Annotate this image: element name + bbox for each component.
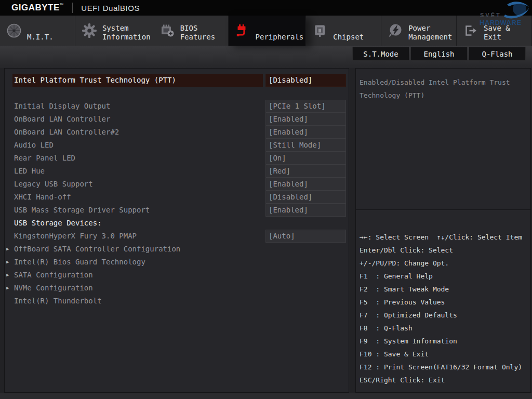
tab-label: System Information [102,24,153,42]
setting-label: Intel Platform Trust Technology (PTT) [14,76,176,84]
setting-value[interactable]: [On] [265,152,346,165]
setting-value[interactable]: [Disabled] [265,74,346,87]
tab-chipset[interactable]: Chipset [306,16,381,46]
setting-row-rear-panel-led[interactable]: Rear Panel LED [On] [5,152,349,165]
setting-label: LED Hue [14,167,45,175]
submenu-arrow-icon: ▶ [6,246,9,251]
setting-row-sata-configuration[interactable]: ▶ SATA Configuration [5,269,349,282]
setting-row-kingstonhyperx-fury-3-0-pmap[interactable]: KingstonHyperX Fury 3.0 PMAP [Auto] [5,230,349,243]
setting-label: OffBoard SATA Controller Configuration [14,245,180,253]
settings-list: Intel Platform Trust Technology (PTT) [D… [5,69,349,308]
tab-system-information[interactable]: System Information [75,16,153,46]
shortcut-line: +/-/PU/PD: Change Opt. [360,257,530,270]
settings-panel: Intel Platform Trust Technology (PTT) [D… [4,68,349,393]
app-header: GIGABYTE™ UEFI DualBIOS [0,0,532,16]
setting-label: KingstonHyperX Fury 3.0 PMAP [14,232,137,240]
setting-value[interactable]: [Enabled] [265,113,346,126]
setting-label: Legacy USB Support [14,180,93,188]
setting-value[interactable]: [Still Mode] [265,139,346,152]
setting-label: Audio LED [14,141,54,149]
shortcut-line: Enter/Dbl Click: Select [360,244,530,257]
setting-label: Intel(R) Bios Guard Technology [14,258,145,266]
setting-row-led-hue[interactable]: LED Hue [Red] [5,165,349,178]
info-panel: Enabled/Disabled Intel Platform Trust Te… [355,68,531,393]
setting-row-legacy-usb-support[interactable]: Legacy USB Support [Enabled] [5,178,349,191]
setting-row-xhci-hand-off[interactable]: XHCI Hand-off [Disabled] [5,191,349,204]
shortcut-line: F1 : General Help [360,270,530,283]
shortcut-line: F9 : System Information [360,335,530,348]
setting-label: Intel(R) Thunderbolt [14,297,102,305]
tab-peripherals[interactable]: Peripherals [229,16,307,46]
tab-bios-features[interactable]: BIOS Features [153,16,229,46]
setting-row-usb-mass-storage-driver-support[interactable]: USB Mass Storage Driver Support [Enabled… [5,204,349,217]
setting-row-onboard-lan-controller-2[interactable]: OnBoard LAN Controller#2 [Enabled] [5,126,349,139]
chipset-icon [312,22,328,39]
shortcut-line: F10 : Save & Exit [360,348,530,361]
shortcut-line: F5 : Previous Values [360,296,530,309]
tab-label: BIOS Features [180,24,228,42]
tab-label: Peripherals [256,33,306,42]
setting-row-initial-display-output[interactable]: Initial Display Output [PCIe 1 Slot] [5,100,349,113]
submenu-arrow-icon: ▶ [6,272,9,277]
setting-row-usb-storage-devices: USB Storage Devices: [5,217,349,230]
submenu-arrow-icon: ▶ [6,285,9,290]
main-area: Intel Platform Trust Technology (PTT) [D… [0,68,532,393]
setting-label: SATA Configuration [14,271,93,279]
shortcut-line: F12 : Print Screen(FAT16/32 Format Only) [360,361,530,374]
setting-label: USB Mass Storage Driver Support [14,206,150,214]
setting-label: NVMe Configuration [14,284,93,292]
usb-connector-icon [234,22,251,39]
shortcuts-list: →←: Select Screen ↑↓/Click: Select Item … [356,210,530,387]
gear-icon [81,22,98,39]
tab-label: Save & Exit [484,24,531,42]
tab-power-management[interactable]: Power Management [381,16,457,46]
help-text: Enabled/Disabled Intel Platform Trust Te… [356,69,530,210]
setting-row-intel-platform-trust-technology-ptt[interactable]: Intel Platform Trust Technology (PTT) [D… [5,74,349,87]
setting-row-intel-r-bios-guard-technology[interactable]: ▶ Intel(R) Bios Guard Technology [5,256,349,269]
tab-mit[interactable]: M.I.T. [0,16,75,46]
exit-icon [462,22,479,39]
shortcut-line: F7 : Optimized Defaults [360,309,530,322]
tab-label: M.I.T. [27,33,56,42]
setting-label: OnBoard LAN Controller#2 [14,128,119,136]
setting-label: USB Storage Devices: [14,219,102,227]
submenu-arrow-icon: ▶ [6,259,9,264]
shortcut-line: ESC/Right Click: Exit [360,374,530,387]
tab-save-exit[interactable]: Save & Exit [457,16,532,46]
chip-plus-icon [159,22,176,39]
setting-row-onboard-lan-controller[interactable]: OnBoard LAN Controller [Enabled] [5,113,349,126]
shortcut-line: F2 : Smart Tweak Mode [360,283,530,296]
bottom-strip [0,393,532,399]
setting-row-audio-led[interactable]: Audio LED [Still Mode] [5,139,349,152]
setting-value[interactable]: [Red] [265,165,346,178]
mit-dial-icon [6,22,22,39]
quick-buttons: S.T.Mode English Q-Flash [352,47,526,61]
setting-label: Rear Panel LED [14,154,75,162]
quick-button-s-t-mode[interactable]: S.T.Mode [352,47,409,61]
setting-row-offboard-sata-controller-configuration[interactable]: ▶ OffBoard SATA Controller Configuration [5,243,349,256]
setting-row-intel-r-thunderbolt[interactable]: Intel(R) Thunderbolt [5,295,349,308]
setting-value[interactable]: [PCIe 1 Slot] [265,100,346,113]
setting-value[interactable]: [Enabled] [265,126,346,139]
shortcut-line: F8 : Q-Flash [360,322,530,335]
header-title: UEFI DualBIOS [81,4,140,12]
setting-label: OnBoard LAN Controller [14,115,110,123]
lightning-icon [387,22,404,39]
header-divider [72,3,73,13]
shortcut-line: →←: Select Screen ↑↓/Click: Select Item [360,231,530,244]
setting-label: Initial Display Output [14,102,110,110]
setting-label: XHCI Hand-off [14,193,71,201]
tab-bar: M.I.T. System Information BIOS Features … [0,16,532,46]
tab-label: Chipset [333,33,366,42]
setting-value[interactable]: [Auto] [265,230,346,243]
tab-label: Power Management [408,24,456,42]
toolbar-strip: S.T.Mode English Q-Flash [0,46,532,68]
setting-value[interactable]: [Enabled] [265,204,346,217]
setting-row-nvme-configuration[interactable]: ▶ NVMe Configuration [5,282,349,295]
setting-value[interactable]: [Enabled] [265,178,346,191]
bios-screen: GIGABYTE™ UEFI DualBIOS M.I.T. System In… [0,0,532,399]
gigabyte-logo: GIGABYTE™ [11,3,64,13]
quick-button-q-flash[interactable]: Q-Flash [469,47,526,61]
quick-button-english[interactable]: English [410,47,468,61]
setting-value[interactable]: [Disabled] [265,191,346,204]
